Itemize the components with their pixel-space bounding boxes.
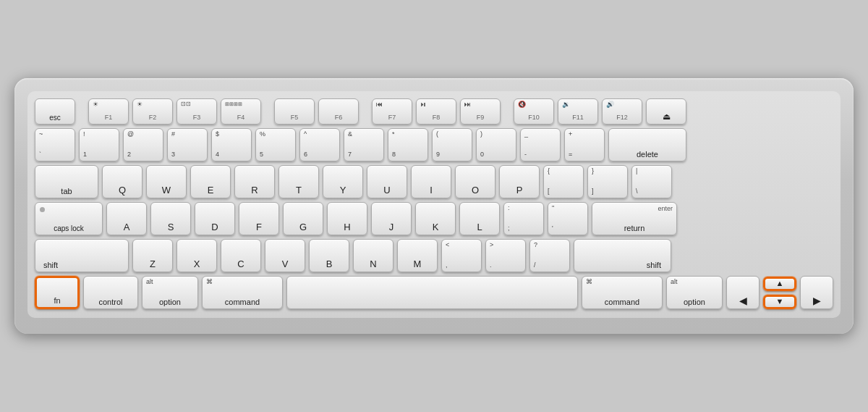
key-delete[interactable]: delete [608,128,686,161]
key-control[interactable]: control [83,276,138,309]
key-eject[interactable]: ⏏ [646,98,686,125]
key-arrow-left[interactable]: ◀ [726,276,760,309]
key-t[interactable]: T [278,165,319,198]
key-j[interactable]: J [371,202,412,235]
key-command-left[interactable]: ⌘ command [202,276,283,309]
key-period[interactable]: > . [485,239,526,272]
key-minus[interactable]: _ - [520,128,561,161]
key-f4[interactable]: ⊞⊞⊞⊞ F4 [221,98,261,125]
key-o[interactable]: O [455,165,495,198]
key-h[interactable]: H [327,202,367,235]
key-fn[interactable]: fn [35,276,80,309]
key-f1[interactable]: ☀ F1 [88,98,129,125]
key-v[interactable]: V [265,239,305,272]
fn-row: esc ☀ F1 ☀ F2 ⊡⊡ F3 ⊞⊞⊞⊞ F4 F5 [35,98,833,125]
key-close-bracket[interactable]: } ] [587,165,628,198]
key-f7[interactable]: ⏮ F7 [372,98,412,125]
key-enter[interactable]: enter return [592,202,677,235]
key-l[interactable]: L [459,202,500,235]
key-m[interactable]: M [397,239,438,272]
key-f8[interactable]: ⏯ F8 [416,98,456,125]
key-q[interactable]: Q [102,165,142,198]
key-3[interactable]: # 3 [167,128,208,161]
key-9[interactable]: ( 9 [432,128,472,161]
keyboard-inner: esc ☀ F1 ☀ F2 ⊡⊡ F3 ⊞⊞⊞⊞ F4 F5 [27,91,841,318]
key-1[interactable]: ! 1 [79,128,119,161]
key-u[interactable]: U [367,165,407,198]
key-5[interactable]: % 5 [255,128,296,161]
key-option-left[interactable]: alt option [142,276,198,309]
zxcv-row: shift Z X C V B N M < [35,239,833,272]
key-arrow-down[interactable]: ▼ [763,295,796,309]
key-e[interactable]: E [190,165,231,198]
key-space[interactable] [286,276,578,309]
key-f10[interactable]: 🔇 F10 [514,98,554,125]
key-semicolon[interactable]: : ; [503,202,544,235]
key-p[interactable]: P [499,165,540,198]
key-arrow-up[interactable]: ▲ [763,277,796,291]
key-tilde[interactable]: ~ ` [35,128,75,161]
key-x[interactable]: X [176,239,217,272]
qwerty-row: tab Q W E R T Y U I [35,165,833,198]
key-quote[interactable]: " ' [548,202,588,235]
keyboard: esc ☀ F1 ☀ F2 ⊡⊡ F3 ⊞⊞⊞⊞ F4 F5 [14,78,854,334]
key-open-bracket[interactable]: { [ [543,165,584,198]
key-y[interactable]: Y [323,165,363,198]
key-slash[interactable]: ? / [529,239,570,272]
key-caps-lock[interactable]: caps lock [35,202,103,235]
key-4[interactable]: $ 4 [211,128,252,161]
key-f5[interactable]: F5 [274,98,315,125]
key-a[interactable]: A [106,202,147,235]
key-n[interactable]: N [353,239,393,272]
key-b[interactable]: B [309,239,349,272]
key-shift-left[interactable]: shift [35,239,129,272]
key-backslash[interactable]: | \ [631,165,672,198]
key-f[interactable]: F [239,202,279,235]
key-f9[interactable]: ⏭ F9 [460,98,501,125]
bottom-row: fn control alt option ⌘ command ⌘ comman… [35,276,833,309]
key-i[interactable]: I [411,165,451,198]
key-8[interactable]: * 8 [388,128,428,161]
key-comma[interactable]: < , [441,239,482,272]
key-f3[interactable]: ⊡⊡ F3 [176,98,217,125]
key-0[interactable]: ) 0 [476,128,516,161]
key-c[interactable]: C [221,239,261,272]
key-k[interactable]: K [415,202,456,235]
key-d[interactable]: D [195,202,235,235]
key-r[interactable]: R [234,165,275,198]
key-f11[interactable]: 🔉 F11 [558,98,598,125]
key-esc[interactable]: esc [35,98,75,125]
key-g[interactable]: G [283,202,323,235]
number-row: ~ ` ! 1 @ 2 # 3 $ 4 % 5 [35,128,833,161]
key-option-right[interactable]: alt option [666,276,723,309]
key-tab[interactable]: tab [35,165,98,198]
key-z[interactable]: Z [132,239,173,272]
key-s[interactable]: S [150,202,191,235]
key-command-right[interactable]: ⌘ command [582,276,663,309]
key-6[interactable]: ^ 6 [299,128,340,161]
asdf-row: caps lock A S D F G H J [35,202,833,235]
key-f12[interactable]: 🔊 F12 [602,98,642,125]
key-shift-right[interactable]: shift [574,239,671,272]
key-2[interactable]: @ 2 [123,128,163,161]
key-equals[interactable]: + = [564,128,605,161]
key-7[interactable]: & 7 [344,128,384,161]
key-f6[interactable]: F6 [318,98,359,125]
key-f2[interactable]: ☀ F2 [132,98,173,125]
key-w[interactable]: W [146,165,187,198]
key-arrow-right[interactable]: ▶ [800,276,833,309]
arrow-updown-group: ▲ ▼ [763,277,796,309]
